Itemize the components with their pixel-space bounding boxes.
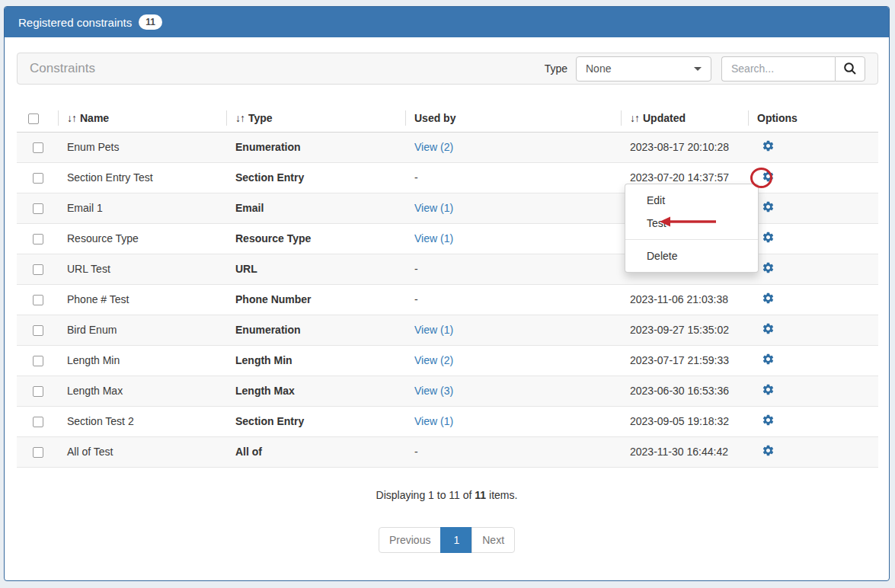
select-all-checkbox[interactable] [28, 113, 39, 124]
row-used-by-cell: View (1) [405, 193, 621, 223]
row-type: Length Max [226, 375, 405, 406]
display-info: Displaying 1 to 11 of 11 items. [5, 489, 889, 501]
options-gear-button[interactable] [762, 292, 775, 305]
column-header-updated[interactable]: ↓↑Updated [621, 104, 748, 132]
row-options-cell [748, 254, 878, 284]
menu-item-test[interactable]: Test [625, 212, 758, 235]
search-button[interactable] [835, 56, 865, 81]
options-gear-button[interactable] [762, 444, 775, 457]
row-checkbox[interactable] [33, 142, 43, 153]
pagination-page-1[interactable]: 1 [440, 527, 472, 553]
row-checkbox[interactable] [33, 295, 43, 305]
menu-item-delete[interactable]: Delete [625, 244, 758, 267]
row-options-cell [748, 315, 878, 345]
used-by-link: - [414, 446, 418, 458]
type-filter-label: Type [545, 62, 567, 75]
row-type: Section Entry [226, 406, 405, 436]
used-by-link[interactable]: View (1) [414, 324, 453, 336]
options-gear-button[interactable] [762, 322, 775, 335]
options-gear-button[interactable] [762, 231, 775, 244]
row-checkbox[interactable] [33, 325, 43, 336]
row-name: Phone # Test [58, 284, 226, 315]
search-icon [843, 62, 857, 75]
row-checkbox-cell [17, 315, 58, 345]
row-name: All of Test [58, 436, 226, 467]
row-name: URL Test [58, 254, 226, 284]
used-by-link[interactable]: View (1) [414, 415, 453, 427]
table-row: Enum Pets Enumeration View (2) 2023-08-1… [17, 132, 878, 162]
table-row: Phone # Test Phone Number - 2023-11-06 2… [17, 284, 878, 315]
row-checkbox[interactable] [33, 447, 43, 458]
row-checkbox[interactable] [33, 234, 43, 244]
column-header-options: Options [748, 104, 878, 132]
gear-icon [762, 261, 775, 274]
table-row: Section Test 2 Section Entry View (1) 20… [17, 406, 878, 436]
used-by-link[interactable]: View (1) [414, 232, 453, 244]
menu-item-edit[interactable]: Edit [625, 189, 758, 212]
constraints-table: ↓↑Name ↓↑Type Used by ↓↑Updated Options [17, 104, 878, 468]
row-checkbox[interactable] [33, 417, 43, 427]
row-updated: 2023-08-17 20:10:28 [621, 132, 748, 162]
page: { "header": { "title": "Registered const… [0, 0, 895, 588]
row-type: Resource Type [226, 223, 405, 254]
row-type: Section Entry [226, 162, 405, 193]
chevron-down-icon [694, 67, 702, 71]
row-type: Length Min [226, 345, 405, 375]
used-by-link[interactable]: View (3) [414, 385, 453, 397]
gear-icon [762, 231, 775, 244]
options-gear-button[interactable] [762, 170, 775, 183]
options-gear-button[interactable] [762, 261, 775, 274]
page-title: Registered constraints [18, 16, 132, 29]
used-by-link: - [414, 293, 418, 305]
row-checkbox-cell [17, 132, 58, 162]
row-checkbox[interactable] [33, 173, 43, 184]
search-input[interactable] [721, 56, 835, 81]
row-updated: 2023-09-05 19:18:32 [621, 406, 748, 436]
gear-icon [762, 444, 775, 457]
row-checkbox-cell [17, 436, 58, 467]
options-gear-button[interactable] [762, 353, 775, 366]
row-options-cell [748, 132, 878, 162]
sort-icon[interactable]: ↓↑ [67, 112, 76, 124]
used-by-link: - [414, 263, 418, 275]
options-gear-button[interactable] [762, 200, 775, 213]
table-row: Length Min Length Min View (2) 2023-07-1… [17, 345, 878, 375]
row-checkbox[interactable] [33, 386, 43, 397]
row-checkbox-cell [17, 162, 58, 193]
row-options-cell [748, 223, 878, 254]
options-gear-button[interactable] [762, 414, 775, 427]
used-by-link[interactable]: View (2) [414, 354, 453, 366]
options-gear-button[interactable] [762, 139, 775, 152]
used-by-link[interactable]: View (1) [414, 202, 453, 214]
column-header-name[interactable]: ↓↑Name [58, 104, 226, 132]
row-name: Email 1 [58, 193, 226, 223]
table-row: Bird Enum Enumeration View (1) 2023-09-2… [17, 315, 878, 345]
row-name: Bird Enum [58, 315, 226, 345]
row-updated: 2023-11-30 16:44:42 [621, 436, 748, 467]
column-header-used-by: Used by [405, 104, 621, 132]
toolbar-title: Constraints [30, 61, 95, 76]
pagination-previous[interactable]: Previous [379, 527, 441, 553]
row-updated: 2023-07-17 21:59:33 [621, 345, 748, 375]
row-checkbox[interactable] [33, 356, 43, 366]
search-group [721, 56, 865, 81]
row-used-by-cell: View (1) [405, 315, 621, 345]
pagination-next[interactable]: Next [471, 527, 515, 553]
row-name: Section Test 2 [58, 406, 226, 436]
type-select[interactable]: None [576, 56, 711, 81]
sort-icon[interactable]: ↓↑ [235, 112, 245, 124]
row-used-by-cell: - [405, 284, 621, 315]
row-checkbox-cell [17, 254, 58, 284]
row-checkbox[interactable] [33, 264, 43, 275]
options-gear-button[interactable] [762, 383, 775, 396]
sort-icon[interactable]: ↓↑ [630, 112, 639, 124]
row-name: Resource Type [58, 223, 226, 254]
row-used-by-cell: View (1) [405, 223, 621, 254]
used-by-link[interactable]: View (2) [414, 141, 453, 153]
row-name: Length Min [58, 345, 226, 375]
row-checkbox[interactable] [33, 203, 43, 214]
row-options-cell [748, 375, 878, 406]
column-header-type[interactable]: ↓↑Type [226, 104, 405, 132]
row-options-cell [748, 345, 878, 375]
gear-icon [762, 353, 775, 366]
